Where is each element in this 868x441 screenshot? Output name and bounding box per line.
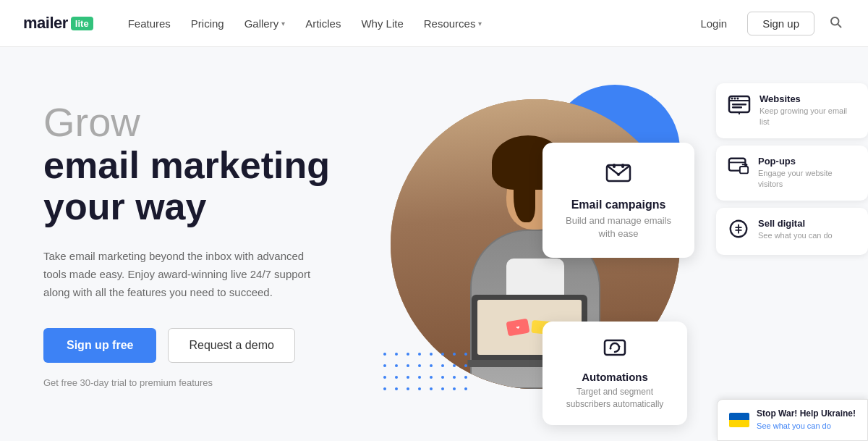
dot bbox=[383, 364, 386, 367]
dot bbox=[407, 364, 409, 367]
nav-gallery[interactable]: Gallery ▾ bbox=[244, 17, 286, 30]
dot bbox=[418, 387, 421, 390]
dot bbox=[453, 364, 456, 367]
dot bbox=[453, 353, 456, 356]
email-campaigns-title: Email campaigns bbox=[557, 198, 680, 211]
signup-free-button[interactable]: Sign up free bbox=[43, 328, 156, 363]
hero-grow-text: Grow bbox=[43, 100, 347, 145]
flag-yellow-stripe bbox=[729, 420, 749, 427]
nav-links: Features Pricing Gallery ▾ Articles Why … bbox=[128, 17, 692, 30]
sell-digital-title: Sell digital bbox=[758, 218, 833, 229]
svg-point-11 bbox=[737, 98, 739, 100]
chevron-down-icon: ▾ bbox=[281, 20, 285, 28]
svg-rect-18 bbox=[740, 167, 748, 173]
automations-desc: Target and segment subscribers automatic… bbox=[556, 386, 674, 411]
dot bbox=[464, 376, 467, 379]
automations-card: Automations Target and segment subscribe… bbox=[542, 322, 687, 425]
navbar: mailer lite Features Pricing Gallery ▾ A… bbox=[0, 0, 868, 47]
dot bbox=[407, 376, 409, 379]
email-campaigns-card: Email campaigns Build and manage emails … bbox=[542, 143, 694, 258]
dot bbox=[383, 387, 386, 390]
sell-digital-desc: See what you can do bbox=[758, 230, 833, 241]
sidebar-feature-cards: Websites Keep growing your email list Po… bbox=[716, 83, 868, 255]
dots-decoration: // Will be populated via JS below bbox=[383, 353, 473, 396]
dot bbox=[395, 387, 398, 390]
popups-icon bbox=[728, 156, 749, 182]
hero-trial-text: Get free 30-day trial to premium feature… bbox=[43, 377, 347, 388]
svg-rect-12 bbox=[732, 104, 746, 106]
ukraine-banner: Stop War! Help Ukraine! See what you can… bbox=[717, 399, 868, 441]
websites-desc: Keep growing your email list bbox=[760, 106, 856, 128]
signup-button[interactable]: Sign up bbox=[747, 12, 814, 35]
dot bbox=[407, 387, 409, 390]
svg-rect-4 bbox=[621, 164, 624, 168]
popups-card: Pop-ups Engage your website visitors bbox=[716, 146, 868, 201]
svg-rect-13 bbox=[732, 106, 742, 109]
hero-buttons: Sign up free Request a demo bbox=[43, 328, 347, 363]
nav-pricing[interactable]: Pricing bbox=[191, 17, 224, 30]
svg-point-10 bbox=[734, 98, 736, 100]
dot bbox=[430, 376, 433, 379]
websites-icon bbox=[728, 93, 751, 122]
dot bbox=[418, 353, 421, 356]
nav-right: Login Sign up bbox=[692, 12, 845, 35]
dot bbox=[395, 376, 398, 379]
nav-resources[interactable]: Resources ▾ bbox=[424, 17, 482, 30]
hero-center-image: ❤ ⭐ // Will be populated via JS below bbox=[369, 56, 702, 432]
search-icon bbox=[829, 15, 842, 28]
dot bbox=[464, 364, 467, 367]
nav-why-lite[interactable]: Why Lite bbox=[361, 17, 403, 30]
logo[interactable]: mailer lite bbox=[23, 14, 93, 33]
dot bbox=[383, 376, 386, 379]
dot bbox=[453, 387, 456, 390]
dot bbox=[464, 387, 467, 390]
nav-articles[interactable]: Articles bbox=[305, 17, 341, 30]
dot bbox=[395, 353, 398, 356]
dot bbox=[441, 353, 444, 356]
dot bbox=[441, 364, 444, 367]
dot bbox=[441, 387, 444, 390]
popups-desc: Engage your website visitors bbox=[758, 168, 856, 190]
dot bbox=[430, 353, 433, 356]
svg-point-5 bbox=[617, 173, 620, 176]
dot bbox=[453, 376, 456, 379]
request-demo-button[interactable]: Request a demo bbox=[168, 328, 294, 363]
ukraine-flag bbox=[729, 413, 749, 427]
svg-rect-3 bbox=[613, 164, 616, 168]
dot bbox=[430, 364, 433, 367]
logo-text: mailer bbox=[23, 14, 68, 33]
hero-description: Take email marketing beyond the inbox wi… bbox=[43, 248, 318, 301]
email-campaigns-icon bbox=[557, 160, 680, 193]
email-campaigns-desc: Build and manage emails with ease bbox=[557, 214, 680, 240]
dot bbox=[407, 353, 409, 356]
ukraine-banner-title: Stop War! Help Ukraine! bbox=[757, 408, 856, 419]
dot bbox=[441, 376, 444, 379]
automations-icon bbox=[556, 336, 674, 365]
hero-title: email marketing your way bbox=[43, 145, 347, 227]
svg-point-9 bbox=[731, 98, 733, 100]
dot bbox=[418, 364, 421, 367]
hero-left: Grow email marketing your way Take email… bbox=[43, 100, 347, 387]
sell-digital-card: Sell digital See what you can do bbox=[716, 208, 868, 255]
flag-blue-stripe bbox=[729, 413, 749, 420]
search-button[interactable] bbox=[826, 12, 845, 35]
popups-title: Pop-ups bbox=[758, 156, 856, 167]
websites-title: Websites bbox=[760, 93, 856, 104]
websites-card: Websites Keep growing your email list bbox=[716, 83, 868, 138]
svg-line-1 bbox=[838, 24, 841, 27]
sell-digital-icon bbox=[728, 218, 749, 245]
dot bbox=[430, 387, 433, 390]
dot bbox=[418, 376, 421, 379]
nav-features[interactable]: Features bbox=[128, 17, 171, 30]
chevron-down-icon-resources: ▾ bbox=[478, 20, 482, 28]
dot bbox=[464, 353, 467, 356]
dot bbox=[395, 364, 398, 367]
dot bbox=[383, 353, 386, 356]
ukraine-link[interactable]: See what you can do bbox=[757, 421, 831, 430]
logo-badge: lite bbox=[71, 17, 93, 30]
automations-title: Automations bbox=[556, 371, 674, 383]
hero-section: Grow email marketing your way Take email… bbox=[0, 47, 868, 441]
login-button[interactable]: Login bbox=[692, 13, 736, 34]
